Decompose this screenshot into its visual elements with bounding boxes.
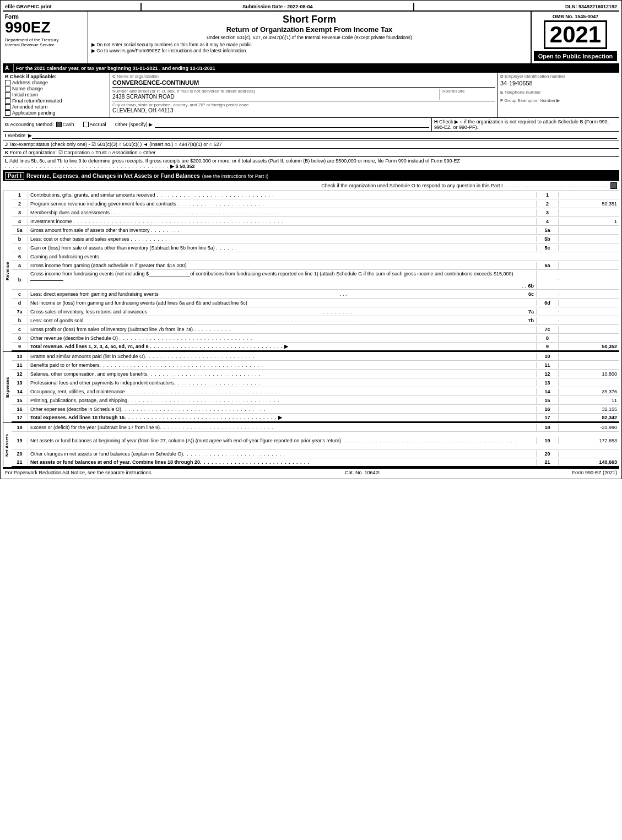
table-row: 13 Professional fees and other payments … xyxy=(12,378,619,387)
amended-return-label: Amended return xyxy=(12,104,48,110)
table-row: 3 Membership dues and assessments . . . … xyxy=(12,208,619,217)
app-pending-checkbox[interactable]: Application pending xyxy=(5,110,107,116)
initial-return-checkbox[interactable]: Initial return xyxy=(5,92,107,97)
room-label: Room/suite xyxy=(442,89,495,94)
form-number: 990EZ xyxy=(5,20,85,35)
final-return-label: Final return/terminated xyxy=(12,98,62,104)
table-row: 20 Other changes in net assets or fund b… xyxy=(12,449,619,458)
part1-title: Revenue, Expenses, and Changes in Net As… xyxy=(26,173,200,179)
org-name-value: CONVERGENCE-CONTINUUM xyxy=(112,79,495,86)
treasury-label: Internal Revenue Service xyxy=(5,42,85,47)
table-row: 12 Salaries, other compensation, and emp… xyxy=(12,370,619,378)
table-row: 14 Occupancy, rent, utilities, and maint… xyxy=(12,387,619,396)
table-row: 18 Excess or (deficit) for the year (Sub… xyxy=(12,423,619,432)
table-row: b Less: cost of goods sold . . . . . . .… xyxy=(12,316,619,325)
table-row: 2 Program service revenue including gove… xyxy=(12,199,619,208)
under-section: Under section 501(c), 527, or 4947(a)(1)… xyxy=(91,35,527,40)
net-assets-side-label: Net Assets xyxy=(3,423,12,467)
website-row: I Website: ▶ xyxy=(3,132,619,140)
form-subtitle: Return of Organization Exempt From Incom… xyxy=(91,25,527,34)
schedule-o-checkbox[interactable] xyxy=(610,182,617,189)
section-b-label: B Check if applicable: xyxy=(5,74,107,79)
table-row: 6 Gaming and fundraising events xyxy=(12,252,619,261)
amended-return-checkbox[interactable]: Amended return xyxy=(5,104,107,110)
part1-label: Part I xyxy=(5,172,24,180)
table-row: c Gain or (loss) from sale of assets oth… xyxy=(12,243,619,252)
efile-label: efile GRAPHIC print xyxy=(3,3,142,10)
final-return-checkbox[interactable]: Final return/terminated xyxy=(5,98,107,104)
table-row: c Gross profit or (loss) from sales of i… xyxy=(12,325,619,334)
table-row: a Gross income from gaming (attach Sched… xyxy=(12,261,619,270)
open-to-public: Open to Public Inspection xyxy=(534,51,617,61)
table-row: 17 Total expenses. Add lines 10 through … xyxy=(12,414,619,422)
city-label: City or town, state or province, country… xyxy=(112,102,495,107)
accrual-label: Accrual xyxy=(90,122,106,127)
accounting-label: G Accounting Method: xyxy=(5,122,54,127)
table-row: 7a Gross sales of inventory, less return… xyxy=(12,307,619,316)
ein-value: 34-1940658 xyxy=(500,80,617,86)
table-row: 1 Contributions, gifts, grants, and simi… xyxy=(12,191,619,199)
dln: DLN: 93492216012192 xyxy=(414,3,619,10)
cat-no: Cat. No. 10642I xyxy=(345,470,380,475)
no-ssn: ▶ Do not enter social security numbers o… xyxy=(91,42,527,47)
table-row: 9 Total revenue. Add lines 1, 2, 3, 4, 5… xyxy=(12,343,619,351)
k-row: K Form of organization: ☑ Corporation ○ … xyxy=(3,149,619,157)
part1-see-instructions: (see the instructions for Part I) xyxy=(202,174,269,179)
cash-checkbox[interactable]: Cash xyxy=(56,122,74,127)
phone-label: E Telephone number xyxy=(500,90,617,95)
expenses-side-label: Expenses xyxy=(3,352,12,422)
table-row: 16 Other expenses (describe in Schedule … xyxy=(12,405,619,414)
group-exemption-label: F Group Exemption Number ▶ xyxy=(500,98,617,103)
app-pending-label: Application pending xyxy=(12,110,56,116)
city-value: CLEVELAND, OH 44113 xyxy=(112,107,495,113)
table-row: 19 Net assets or fund balances at beginn… xyxy=(12,432,619,449)
other-specify: Other (specify) ▶ xyxy=(115,122,153,127)
name-change-label: Name change xyxy=(12,86,43,91)
dept-label: Department of the Treasury xyxy=(5,37,85,42)
omb-number: OMB No. 1545-0047 xyxy=(553,14,599,19)
cash-label: Cash xyxy=(63,122,74,127)
table-row: 5a Gross amount from sale of assets othe… xyxy=(12,226,619,235)
year-box: 2021 xyxy=(544,20,607,49)
table-row: 21 Net assets or fund balances at end of… xyxy=(12,458,619,467)
table-row: 8 Other revenue (describe in Schedule O)… xyxy=(12,334,619,343)
name-change-checkbox[interactable]: Name change xyxy=(5,86,107,91)
ein-label: D Employer identification number xyxy=(500,74,617,79)
footer: For Paperwork Reduction Act Notice, see … xyxy=(3,468,619,476)
table-row: 4 Investment income . . . . . . . . . . … xyxy=(12,217,619,226)
address-change-label: Address change xyxy=(12,80,48,85)
section-a-row: A For the 2021 calendar year, or tax yea… xyxy=(3,64,619,73)
revenue-side-label: Revenue xyxy=(3,191,12,351)
check-schedule-o-row: Check if the organization used Schedule … xyxy=(3,181,619,191)
table-row: 15 Printing, publications, postage, and … xyxy=(12,396,619,405)
form-title: Short Form xyxy=(91,14,527,25)
address-value: 2438 SCRANTON ROAD xyxy=(112,94,437,100)
table-row: c Less: direct expenses from gaming and … xyxy=(12,290,619,299)
goto-url[interactable]: ▶ Go to www.irs.gov/Form990EZ for instru… xyxy=(91,48,527,53)
paperwork-notice: For Paperwork Reduction Act Notice, see … xyxy=(5,470,153,475)
address-change-checkbox[interactable]: Address change xyxy=(5,80,107,85)
table-row: b Gross income from fundraising events (… xyxy=(12,270,619,290)
j-row: J Tax-exempt status (check only one) - ☑… xyxy=(3,140,619,149)
submission-date: Submission Date - 2022-08-04 xyxy=(142,3,414,10)
table-row: b Less: cost or other basis and sales ex… xyxy=(12,235,619,243)
org-name-label: C Name of organization xyxy=(112,74,495,79)
table-row: 10 Grants and similar amounts paid (list… xyxy=(12,352,619,361)
form-ref: Form 990-EZ (2021) xyxy=(572,470,617,475)
address-label: Number and street (or P. O. box, if mail… xyxy=(112,89,437,94)
table-row: d Net income or (loss) from gaming and f… xyxy=(12,299,619,307)
initial-return-label: Initial return xyxy=(12,92,38,97)
accrual-checkbox[interactable]: Accrual xyxy=(83,122,106,127)
schedule-b-label: H Check ▶ ○ if the organization is not r… xyxy=(434,119,609,130)
l-row: L Add lines 5b, 6c, and 7b to line 9 to … xyxy=(3,157,619,171)
table-row: 11 Benefits paid to or for members. . . … xyxy=(12,361,619,370)
